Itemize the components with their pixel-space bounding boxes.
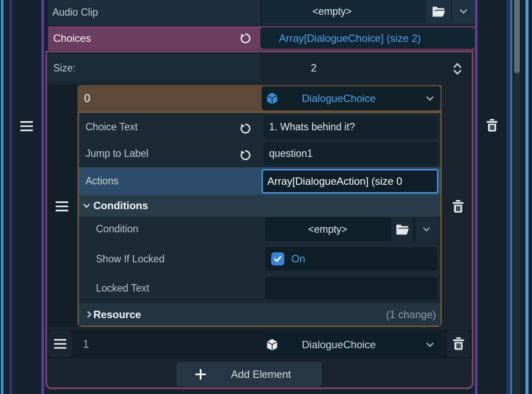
condition-load-button[interactable] bbox=[391, 217, 413, 241]
property-label-actions: Actions bbox=[85, 167, 118, 195]
chevron-down-icon[interactable] bbox=[425, 93, 435, 104]
delete-element-button[interactable] bbox=[485, 119, 499, 133]
property-label-audio-clip: Audio Clip bbox=[48, 0, 260, 25]
array-size-spinbox[interactable]: 2 bbox=[262, 55, 469, 81]
jump-to-label-field[interactable]: question1 bbox=[264, 142, 438, 165]
folder-icon bbox=[395, 223, 409, 235]
nesting-border-navy-left bbox=[10, 0, 12, 394]
property-label-condition: Condition bbox=[96, 217, 138, 241]
outer-array-border-left bbox=[41, 0, 44, 394]
locked-text-field[interactable] bbox=[265, 277, 437, 300]
scrollbar-thumb[interactable] bbox=[514, 0, 520, 73]
property-label-locked-text: Locked Text bbox=[96, 277, 149, 300]
chevron-down-icon[interactable] bbox=[425, 340, 435, 350]
nesting-border-blue-right bbox=[525, 0, 529, 394]
actions-array-input[interactable] bbox=[262, 169, 438, 194]
chevron-down-icon bbox=[458, 6, 469, 17]
resource-change-count: (1 change) bbox=[305, 303, 436, 326]
property-label-jump-to-label: Jump to Label bbox=[85, 142, 148, 165]
revert-icon[interactable] bbox=[239, 32, 252, 44]
section-label-conditions: Conditions bbox=[93, 195, 148, 217]
element-1-resource-name: DialogueChoice bbox=[267, 332, 411, 357]
chevron-down-icon bbox=[422, 224, 431, 234]
check-icon bbox=[273, 254, 283, 264]
folder-icon bbox=[431, 5, 446, 17]
condition-options-dropdown[interactable] bbox=[416, 217, 437, 241]
section-label-resource: Resource bbox=[93, 303, 141, 326]
drag-handle-icon[interactable] bbox=[48, 331, 72, 357]
revert-icon[interactable] bbox=[239, 149, 252, 161]
element-0-resource-name: DialogueChoice bbox=[267, 86, 411, 110]
chevron-collapsed-icon bbox=[85, 310, 94, 319]
spinner-updown-icon[interactable] bbox=[452, 61, 463, 76]
condition-empty-value[interactable]: <empty> bbox=[265, 217, 390, 241]
choice-text-field[interactable]: 1. Whats behind it? bbox=[264, 115, 438, 139]
nesting-border-steel-right bbox=[510, 0, 512, 394]
inspector-panel: Audio Clip <empty> Choices Array[Dialogu… bbox=[0, 0, 532, 394]
audio-clip-options-dropdown[interactable] bbox=[452, 0, 474, 23]
plus-icon bbox=[194, 368, 207, 380]
add-element-label: Add Element bbox=[231, 368, 291, 380]
audio-clip-empty-value[interactable]: <empty> bbox=[262, 0, 402, 23]
add-element-button[interactable]: Add Element bbox=[177, 362, 322, 387]
element-0-index: 0 bbox=[84, 85, 90, 111]
show-if-locked-checkbox[interactable] bbox=[271, 252, 284, 265]
revert-icon[interactable] bbox=[239, 122, 252, 135]
outer-array-border-right bbox=[475, 0, 477, 394]
property-label-choices: Choices bbox=[53, 26, 91, 50]
nesting-border-navy-right bbox=[507, 0, 509, 394]
array-size-label: Size: bbox=[48, 54, 260, 82]
drag-handle-icon[interactable] bbox=[20, 120, 34, 132]
delete-element-1-button[interactable] bbox=[447, 331, 470, 357]
property-label-show-if-locked: Show If Locked bbox=[96, 247, 164, 271]
audio-clip-load-button[interactable] bbox=[426, 0, 450, 23]
nesting-border-blue-left bbox=[1, 0, 3, 394]
element-1-index: 1 bbox=[83, 331, 89, 357]
choices-array-toggle[interactable]: Array[DialogueChoice] (size 2) bbox=[260, 27, 474, 49]
show-if-locked-state: On bbox=[291, 247, 305, 271]
property-label-choice-text: Choice Text bbox=[85, 115, 138, 139]
drag-handle-icon[interactable] bbox=[55, 200, 69, 212]
chevron-expanded-icon bbox=[82, 201, 91, 211]
delete-element-0-button[interactable] bbox=[451, 200, 465, 214]
